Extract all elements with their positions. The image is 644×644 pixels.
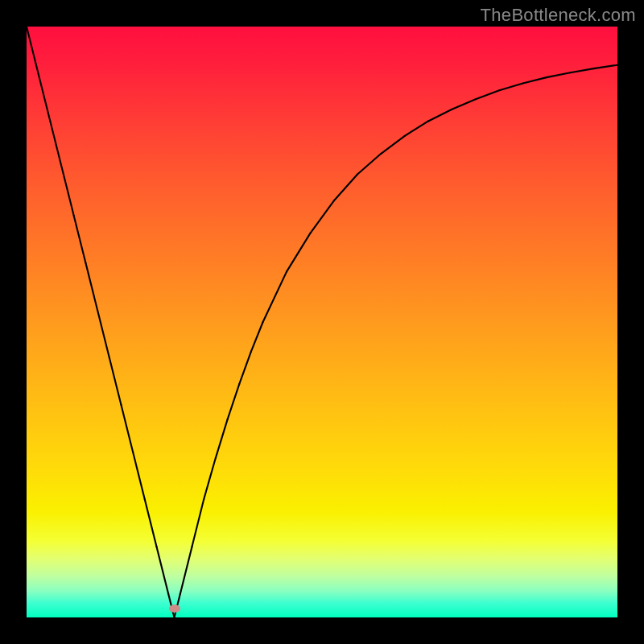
curve-segment	[192, 499, 204, 547]
curve-segment	[145, 499, 157, 547]
curve-segment	[156, 547, 168, 594]
curve-segment	[180, 547, 192, 594]
curve-segment	[133, 452, 145, 499]
curve-segment	[428, 109, 452, 122]
curve-segment	[523, 77, 547, 83]
curve-segment	[251, 322, 263, 352]
curve-segment	[570, 68, 593, 72]
curve-segment	[287, 233, 310, 272]
plot-area	[27, 27, 617, 617]
curve-segment	[263, 272, 287, 322]
curve-segment	[452, 99, 475, 109]
curve-group	[27, 27, 617, 617]
curve-segment	[50, 121, 62, 168]
chart-frame: TheBottleneck.com	[0, 0, 644, 644]
curve-segment	[381, 136, 404, 154]
curve-segment	[594, 65, 617, 68]
curve-segment	[39, 74, 51, 122]
curve-segment	[499, 83, 522, 90]
curve-segment	[109, 357, 122, 405]
curve-svg	[27, 27, 617, 617]
curve-segment	[85, 263, 97, 311]
curve-segment	[476, 90, 499, 99]
minimum-marker	[169, 605, 180, 613]
curve-segment	[357, 154, 381, 175]
watermark-text: TheBottleneck.com	[481, 5, 636, 26]
curve-segment	[204, 458, 216, 499]
curve-segment	[239, 352, 251, 384]
curve-segment	[334, 175, 357, 201]
curve-segment	[405, 121, 428, 135]
curve-segment	[121, 405, 133, 452]
curve-segment	[27, 27, 39, 74]
curve-segment	[97, 310, 109, 357]
curve-segment	[216, 419, 228, 458]
curve-segment	[310, 201, 333, 233]
curve-segment	[62, 168, 74, 216]
curve-segment	[228, 384, 240, 419]
curve-segment	[74, 216, 86, 263]
curve-segment	[547, 72, 570, 77]
